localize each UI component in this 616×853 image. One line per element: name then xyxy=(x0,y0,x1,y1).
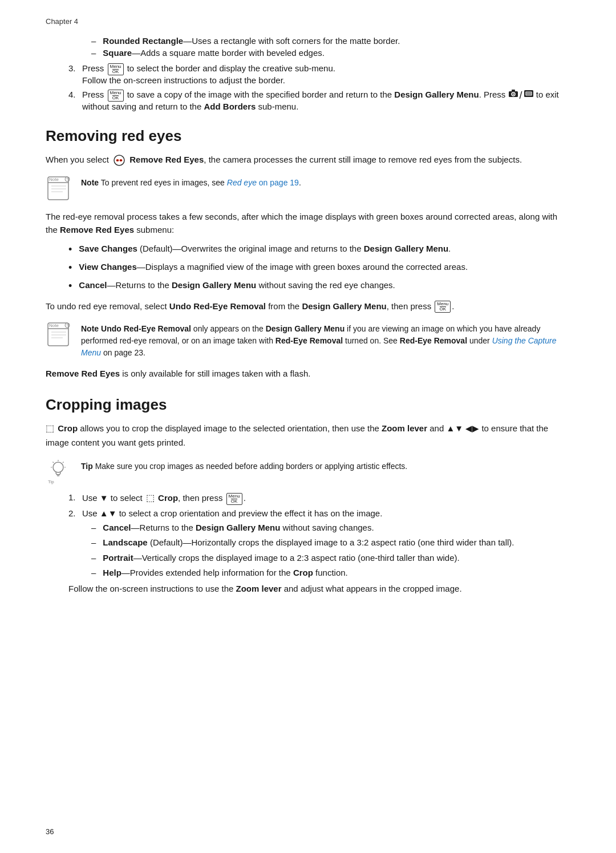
list-item: Save Changes (Default)—Overwrites the or… xyxy=(68,242,570,257)
list-item: Rounded Rectangle—Uses a rectangle with … xyxy=(91,36,570,46)
svg-text:Note: Note xyxy=(49,177,59,182)
tip-box: Tip Tip Make sure you crop images as nee… xyxy=(46,457,570,484)
crop-intro: ⬚ Crop allows you to crop the displayed … xyxy=(46,422,570,449)
cancel-crop-label: Cancel xyxy=(103,523,131,532)
svg-point-8 xyxy=(114,155,124,165)
remove-red-eyes-final: Remove Red Eyes is only available for st… xyxy=(46,367,570,380)
crop-numbered-list: 1. Use ▼ to select ⬚ Crop, then press Me… xyxy=(68,492,570,518)
crop-label3: Crop xyxy=(293,568,313,577)
list-item: 1. Use ▼ to select ⬚ Crop, then press Me… xyxy=(68,492,570,505)
svg-point-3 xyxy=(512,94,513,95)
square-label: Square xyxy=(103,48,132,58)
undo-red-eye-para: To undo red eye removal, select Undo Red… xyxy=(46,300,570,313)
remove-red-eyes-label2: Remove Red Eyes xyxy=(46,369,120,378)
camera-print-icons: / xyxy=(508,90,534,102)
step-number: 4. xyxy=(68,90,82,99)
svg-point-11 xyxy=(117,160,118,161)
step1-crop-text: Use ▼ to select ⬚ Crop, then press MenuO… xyxy=(82,492,246,505)
rounded-rect-text: —Uses a rectangle with soft corners for … xyxy=(183,36,400,46)
removing-intro: When you select Remove Red Eyes, the cam… xyxy=(46,153,570,167)
remove-red-eyes-label: Remove Red Eyes xyxy=(129,155,204,164)
note-symbol: Note xyxy=(46,175,73,202)
svg-line-31 xyxy=(63,462,64,463)
view-changes-label: View Changes xyxy=(79,262,136,272)
remove-red-eyes-submenu-label: Remove Red Eyes xyxy=(60,225,134,235)
design-gallery-menu-label3: Design Gallery Menu xyxy=(302,301,386,311)
top-bullet-list: Rounded Rectangle—Uses a rectangle with … xyxy=(91,36,570,58)
cancel-label: Cancel xyxy=(79,280,107,290)
note-symbol-2: Note xyxy=(46,321,73,348)
note2-text: Note Undo Red-Eye Removal only appears o… xyxy=(81,321,570,359)
step-number: 3. xyxy=(68,63,82,73)
list-item: Cancel—Returns to the Design Gallery Men… xyxy=(91,521,570,535)
zoom-lever-label: Zoom lever xyxy=(382,423,427,433)
landscape-label: Landscape xyxy=(103,537,147,547)
remove-red-eyes-icon xyxy=(113,154,125,167)
menu-ok-inline: MenuOK xyxy=(435,301,451,313)
print-icon xyxy=(524,90,534,98)
crop-final-para: Follow the on-screen instructions to use… xyxy=(68,582,570,595)
page-content: Chapter 4 Rounded Rectangle—Uses a recta… xyxy=(0,0,616,635)
crop-icon2: ⬚ xyxy=(146,493,155,503)
square-text: —Adds a square matte border with beveled… xyxy=(132,48,325,58)
svg-text:Note: Note xyxy=(49,323,59,328)
crop-icon: ⬚ xyxy=(46,423,54,433)
step-number: 1. xyxy=(68,492,82,502)
list-item: 4. Press MenuOK to save a copy of the im… xyxy=(68,90,570,111)
red-eye-removal-label: Red-Eye Removal xyxy=(275,336,343,345)
design-gallery-label4: Design Gallery Menu xyxy=(266,324,345,333)
list-item: 2. Use ▲▼ to select a crop orientation a… xyxy=(68,508,570,518)
list-item: View Changes—Displays a magnified view o… xyxy=(68,261,570,276)
note-icon-1: Note xyxy=(46,175,73,202)
svg-rect-1 xyxy=(512,90,515,91)
step-number: 2. xyxy=(68,508,82,518)
page-number: 36 xyxy=(46,827,54,836)
help-label: Help xyxy=(103,568,121,577)
list-item: Square—Adds a square matte border with b… xyxy=(91,48,570,58)
note-box-1: Note Note To prevent red eyes in images,… xyxy=(46,175,570,202)
tip-label: Tip xyxy=(81,462,93,471)
top-numbered-list: 3. Press MenuOK to select the border and… xyxy=(68,63,570,111)
step4-text: Press MenuOK to save a copy of the image… xyxy=(82,90,570,111)
crop-sub-bullet-list: Cancel—Returns to the Design Gallery Men… xyxy=(91,521,570,580)
tip-symbol: Tip xyxy=(46,457,73,484)
note-label: Note xyxy=(81,178,99,187)
note1-text: Note To prevent red eyes in images, see … xyxy=(81,175,301,189)
design-gallery-label: Design Gallery Menu xyxy=(394,90,479,99)
design-gallery-menu-label2: Design Gallery Menu xyxy=(172,280,256,290)
svg-line-33 xyxy=(53,462,54,463)
portrait-label: Portrait xyxy=(103,553,133,563)
crop-label2: Crop xyxy=(158,493,178,503)
list-item: Landscape (Default)—Horizontally crops t… xyxy=(91,536,570,549)
undo-red-eye-label: Undo Red-Eye Removal xyxy=(169,301,266,311)
save-changes-label: Save Changes xyxy=(79,244,137,253)
step2-crop-text: Use ▲▼ to select a crop orientation and … xyxy=(82,508,382,518)
add-borders-label: Add Borders xyxy=(204,102,256,111)
list-item: Help—Provides extended help information … xyxy=(91,567,570,580)
svg-text:Tip: Tip xyxy=(48,479,54,484)
menu-ok-crop: MenuOK xyxy=(226,493,242,505)
list-item: Cancel—Returns to the Design Gallery Men… xyxy=(68,279,570,294)
svg-point-23 xyxy=(65,323,70,328)
cropping-images-heading: Cropping images xyxy=(46,396,570,414)
red-eye-para2: The red-eye removal process takes a few … xyxy=(46,210,570,237)
removing-red-eyes-heading: Removing red eyes xyxy=(46,127,570,145)
note-label2: Note xyxy=(81,324,99,333)
red-eye-link[interactable]: Red eye on page 19 xyxy=(227,178,299,187)
red-eye-removal-label2: Red-Eye Removal xyxy=(400,336,467,345)
design-gallery-menu-label1: Design Gallery Menu xyxy=(364,244,448,253)
crop-label: Crop xyxy=(58,423,78,433)
list-item: Portrait—Vertically crops the displayed … xyxy=(91,552,570,565)
menu-ok-icon: MenuOK xyxy=(108,63,124,75)
camera-icon xyxy=(508,90,518,98)
zoom-lever-label2: Zoom lever xyxy=(236,584,281,593)
menu-ok-icon2: MenuOK xyxy=(108,90,124,102)
list-item: 3. Press MenuOK to select the border and… xyxy=(68,63,570,85)
svg-point-12 xyxy=(120,160,121,161)
svg-point-16 xyxy=(65,177,70,181)
tip-icon: Tip xyxy=(46,457,73,484)
design-gallery-crop1: Design Gallery Menu xyxy=(196,523,280,532)
tip-text: Tip Make sure you crop images as needed … xyxy=(81,457,407,472)
red-eye-dot-list: Save Changes (Default)—Overwrites the or… xyxy=(68,242,570,294)
step3-text: Press MenuOK to select the border and di… xyxy=(82,63,335,85)
